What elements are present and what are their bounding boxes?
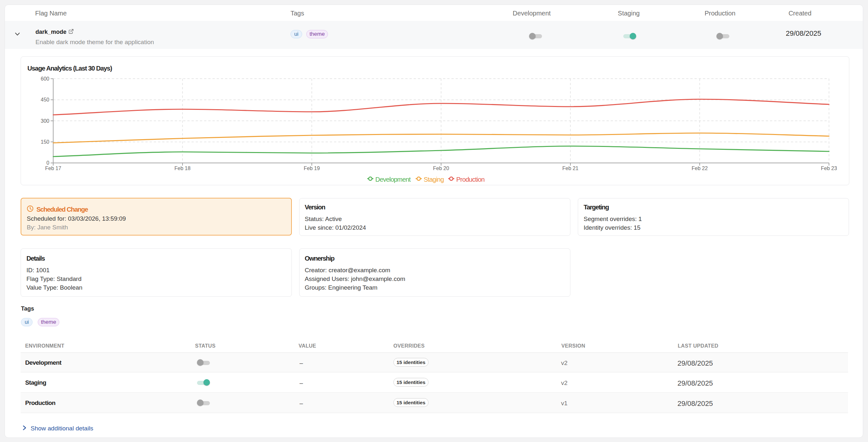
svg-text:0: 0 bbox=[46, 160, 49, 166]
svg-text:450: 450 bbox=[41, 97, 49, 102]
svg-text:300: 300 bbox=[41, 118, 49, 124]
svg-text:Feb 20: Feb 20 bbox=[433, 166, 449, 171]
svg-text:Staging: Staging bbox=[424, 176, 444, 183]
svg-text:Feb 23: Feb 23 bbox=[821, 166, 837, 171]
svg-text:Feb 21: Feb 21 bbox=[562, 166, 579, 171]
svg-text:Production: Production bbox=[456, 176, 485, 183]
svg-text:150: 150 bbox=[41, 139, 49, 145]
svg-text:600: 600 bbox=[41, 76, 49, 81]
svg-text:Feb 17: Feb 17 bbox=[45, 166, 61, 171]
svg-text:Feb 19: Feb 19 bbox=[304, 166, 320, 171]
svg-text:Feb 22: Feb 22 bbox=[692, 166, 708, 171]
svg-text:Feb 18: Feb 18 bbox=[175, 166, 191, 171]
svg-text:Development: Development bbox=[375, 176, 411, 183]
